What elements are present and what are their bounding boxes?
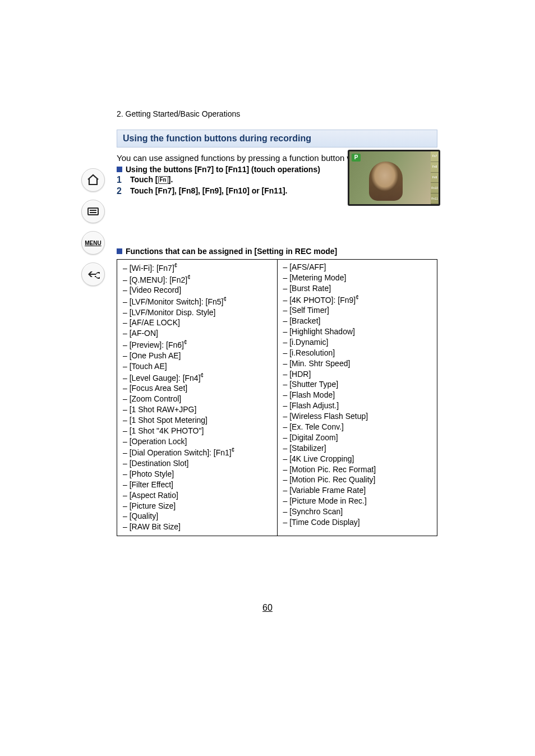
function-item: – [i.Dynamic] <box>283 337 432 348</box>
function-item: – [Focus Area Set] <box>123 383 271 394</box>
function-item: – [Highlight Shadow] <box>283 326 432 337</box>
fn-tab-icon: Fn <box>158 176 168 184</box>
function-item: – [Preview]: [Fn6]¢ <box>123 339 271 351</box>
function-item: – [HDR] <box>283 369 432 380</box>
function-item: – [Shutter Type] <box>283 379 432 390</box>
function-item: – [Wireless Flash Setup] <box>283 411 432 422</box>
function-item: – [Quality] <box>123 511 271 522</box>
function-item: – [1 Shot Spot Metering] <box>123 415 271 426</box>
function-item: – [Level Gauge]: [Fn4]¢ <box>123 372 271 384</box>
function-item: – [Operation Lock] <box>123 436 271 447</box>
page-number[interactable]: 60 <box>0 603 535 613</box>
function-item: – [Min. Shtr Speed] <box>283 358 432 369</box>
function-item: – [Time Code Display] <box>283 517 432 528</box>
function-item: – [Motion Pic. Rec Quality] <box>283 474 432 485</box>
function-item: – [Dial Operation Switch]: [Fn1]¢ <box>123 446 271 458</box>
function-item: – [Photo Style] <box>123 469 271 480</box>
function-item: – [Video Record] <box>123 285 271 296</box>
fn10-touch-button[interactable]: Fn10 <box>431 183 439 193</box>
function-item: – [Variable Frame Rate] <box>283 485 432 496</box>
fn7-touch-button[interactable]: Fn7 <box>431 151 439 162</box>
functions-col-right: – [AFS/AFF]– [Metering Mode]– [Burst Rat… <box>278 260 437 536</box>
mode-badge: P <box>352 154 361 162</box>
function-item: – [Synchro Scan] <box>283 506 432 517</box>
function-item: – [1 Shot "4K PHOTO"] <box>123 426 271 436</box>
menu-icon[interactable]: MENU <box>81 231 105 255</box>
fn-touch-sidebar: Fn7 Fn8 Fn9 Fn10 Fn11 <box>431 151 439 204</box>
function-item: – [AF/AE LOCK] <box>123 317 271 328</box>
function-item: – [1 Shot RAW+JPG] <box>123 404 271 415</box>
function-item: – [AF-ON] <box>123 328 271 339</box>
bullet-icon <box>117 167 122 172</box>
function-item: – [Picture Size] <box>123 501 271 511</box>
function-item: – [RAW Bit Size] <box>123 522 271 532</box>
function-item: – [Touch AE] <box>123 361 271 372</box>
function-item: – [Flash Adjust.] <box>283 400 432 411</box>
function-item: – [4K PHOTO]: [Fn9]¢ <box>283 294 432 306</box>
function-item: – [Wi-Fi]: [Fn7]¢ <box>123 262 271 274</box>
function-item: – [Self Timer] <box>283 305 432 316</box>
svg-rect-0 <box>88 208 98 215</box>
function-item: – [Ex. Tele Conv.] <box>283 422 432 432</box>
fn11-touch-button[interactable]: Fn11 <box>431 193 439 204</box>
fn9-touch-button[interactable]: Fn9 <box>431 173 439 183</box>
sub-heading-functions: Functions that can be assigned in [Setti… <box>117 247 437 256</box>
function-item: – [Flash Mode] <box>283 390 432 400</box>
function-item: – [i.Resolution] <box>283 348 432 358</box>
section-heading: Using the function buttons during record… <box>117 130 437 147</box>
function-item: – [LVF/Monitor Switch]: [Fn5]¢ <box>123 296 271 307</box>
function-item: – [Stabilizer] <box>283 443 432 454</box>
home-icon[interactable] <box>81 168 105 192</box>
bullet-icon <box>117 248 122 254</box>
function-item: – [Metering Mode] <box>283 273 432 283</box>
function-item: – [Picture Mode in Rec.] <box>283 496 432 506</box>
function-item: – [LVF/Monitor Disp. Style] <box>123 307 271 318</box>
fn8-touch-button[interactable]: Fn8 <box>431 162 439 173</box>
function-item: – [Burst Rate] <box>283 283 432 294</box>
back-icon[interactable] <box>81 262 105 286</box>
functions-table: – [Wi-Fi]: [Fn7]¢– [Q.MENU]: [Fn2]¢– [Vi… <box>117 259 437 536</box>
nav-sidebar: MENU <box>81 168 109 294</box>
camera-preview: P Fn7 Fn8 Fn9 Fn10 Fn11 <box>348 150 440 206</box>
function-item: – [Digital Zoom] <box>283 432 432 443</box>
function-item: – [One Push AE] <box>123 351 271 361</box>
function-item: – [Filter Effect] <box>123 480 271 490</box>
function-item: – [Bracket] <box>283 316 432 326</box>
function-item: – [Destination Slot] <box>123 458 271 469</box>
function-item: – [Aspect Ratio] <box>123 490 271 501</box>
function-item: – [Motion Pic. Rec Format] <box>283 464 432 475</box>
display-icon[interactable] <box>81 200 105 223</box>
functions-col-left: – [Wi-Fi]: [Fn7]¢– [Q.MENU]: [Fn2]¢– [Vi… <box>117 260 278 536</box>
function-item: – [Q.MENU]: [Fn2]¢ <box>123 274 271 285</box>
function-item: – [AFS/AFF] <box>283 262 432 273</box>
function-item: – [4K Live Cropping] <box>283 454 432 464</box>
breadcrumb: 2. Getting Started/Basic Operations <box>117 109 437 118</box>
page-content: 2. Getting Started/Basic Operations Usin… <box>117 109 437 536</box>
function-item: – [Zoom Control] <box>123 394 271 404</box>
